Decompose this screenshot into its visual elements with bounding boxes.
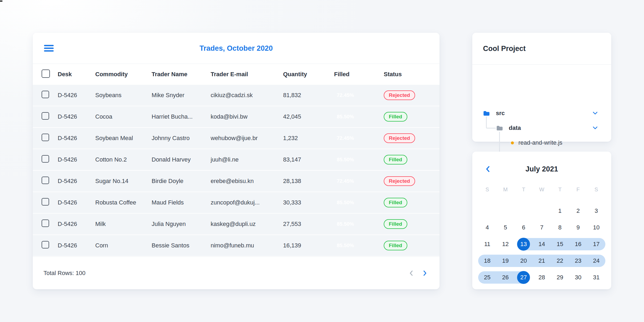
calendar-day-16[interactable]: 16 [569,236,587,253]
desk-cell: D-5426 [58,242,95,249]
calendar-day-8[interactable]: 8 [551,219,569,236]
calendar-day-29[interactable]: 29 [551,269,569,286]
calendar-day-11[interactable]: 11 [478,236,496,253]
filled-percent-label: 85.50% [337,200,354,206]
calendar-header: July 2021 [472,152,611,186]
calendar-day-3[interactable]: 3 [587,203,605,219]
calendar-day-27[interactable]: 27 [514,269,533,286]
file-tree: src data read-and-write.js authenticatio… [472,65,611,142]
calendar-day-20[interactable]: 20 [514,253,533,269]
tree-item-data[interactable]: data [472,123,611,133]
row-checkbox[interactable] [42,91,49,98]
column-header-trader-name: Trader Name [152,71,211,78]
tree-item-file[interactable]: read-and-write.js [472,137,611,148]
day-number: 31 [590,271,603,284]
file-dot-icon [511,141,514,144]
calendar-day-14[interactable]: 14 [533,236,551,253]
commodity-cell: Soybeans [95,92,152,99]
trader-name-cell: Donald Harvey [152,156,211,163]
calendar-card: July 2021 SMTWTFS 1234567891011121314151… [472,152,611,289]
row-checkbox[interactable] [42,112,49,120]
desk-cell: D-5426 [58,135,95,142]
checkbox-cell [33,112,58,121]
calendar-weekday-row: SMTWTFS [472,186,611,198]
day-number: 8 [554,221,566,234]
day-number: 28 [535,271,548,284]
calendar-day-31[interactable]: 31 [587,269,605,286]
calendar-day-22[interactable]: 22 [551,253,569,269]
calendar-day-21[interactable]: 21 [533,253,551,269]
desk-cell: D-5426 [58,221,95,228]
trader-name-cell: Mike Snyder [152,92,211,99]
calendar-day-30[interactable]: 30 [569,269,587,286]
row-checkbox[interactable] [42,134,49,141]
calendar-day-7[interactable]: 7 [533,219,551,236]
status-badge: Filled [384,198,407,207]
day-number: 24 [590,254,603,267]
day-number: 12 [499,238,512,251]
calendar-empty-cell [514,203,533,219]
day-number: 3 [590,204,603,217]
day-number: 29 [554,271,566,284]
day-number: 16 [572,238,584,251]
weekday-label: M [496,186,515,198]
commodity-cell: Cotton No.2 [95,156,152,163]
calendar-day-18[interactable]: 18 [478,253,496,269]
row-checkbox[interactable] [42,198,49,206]
row-checkbox[interactable] [42,219,49,227]
trader-email-cell: erebe@ebisu.kn [211,178,283,185]
trader-name-cell: Harriet Bucha... [152,113,211,120]
calendar-day-24[interactable]: 24 [587,253,605,269]
next-page-icon[interactable] [422,270,427,276]
desk-cell: D-5426 [58,156,95,163]
row-checkbox[interactable] [42,177,49,184]
calendar-day-25[interactable]: 25 [478,269,496,286]
day-number: 6 [517,221,530,234]
calendar-day-26[interactable]: 26 [496,269,515,286]
calendar-month-title: July 2021 [472,165,611,173]
chevron-down-icon[interactable] [592,111,598,115]
calendar-day-9[interactable]: 9 [569,219,587,236]
day-number: 9 [572,221,584,234]
previous-page-icon[interactable] [409,270,414,276]
calendar-day-23[interactable]: 23 [569,253,587,269]
calendar-week-row: 45678910 [478,219,605,236]
table-row: D-5426Sugar No.14Birdie Doyleerebe@ebisu… [33,171,440,192]
tree-item-src[interactable]: src [472,108,611,119]
calendar-day-28[interactable]: 28 [533,269,551,286]
trader-name-cell: Bessie Santos [152,242,211,249]
folder-icon [483,111,490,116]
calendar-day-13[interactable]: 13 [514,236,533,253]
calendar-day-15[interactable]: 15 [551,236,569,253]
calendar-day-6[interactable]: 6 [514,219,533,236]
trades-card-header: Trades, October 2020 [33,33,440,64]
calendar-day-10[interactable]: 10 [587,219,605,236]
calendar-day-12[interactable]: 12 [496,236,515,253]
status-cell: Rejected [384,90,440,100]
table-body: D-5426SoybeansMike Snydercikiuz@cadzi.sk… [33,85,440,257]
table-row: D-5426CocoaHarriet Bucha...koda@bivi.bw4… [33,106,440,128]
calendar-day-1[interactable]: 1 [551,203,569,219]
trader-email-cell: zuncopof@dukuj... [211,199,283,206]
row-checkbox[interactable] [42,155,49,163]
day-number: 18 [481,254,494,267]
filled-percent-label: 85.50% [337,157,354,163]
day-number: 20 [517,254,530,267]
quantity-cell: 42,045 [283,113,334,120]
select-all-checkbox[interactable] [42,69,50,78]
calendar-day-2[interactable]: 2 [569,203,587,219]
table-row: D-5426MilkJulia Nguyenkaskeg@dupli.uz27,… [33,214,440,235]
calendar-day-19[interactable]: 19 [496,253,515,269]
quantity-cell: 27,553 [283,221,334,228]
day-number: 4 [481,221,494,234]
row-checkbox[interactable] [42,241,49,248]
chevron-down-icon[interactable] [592,126,598,130]
calendar-day-17[interactable]: 17 [587,236,605,253]
trader-name-cell: Maud Fields [152,199,211,206]
file-name: read-and-write.js [518,139,562,146]
trader-email-cell: koda@bivi.bw [211,113,283,120]
trades-table-card: Trades, October 2020 Desk Commodity Trad… [33,33,440,289]
calendar-day-4[interactable]: 4 [478,219,496,236]
status-cell: Filled [384,112,440,122]
calendar-day-5[interactable]: 5 [496,219,515,236]
